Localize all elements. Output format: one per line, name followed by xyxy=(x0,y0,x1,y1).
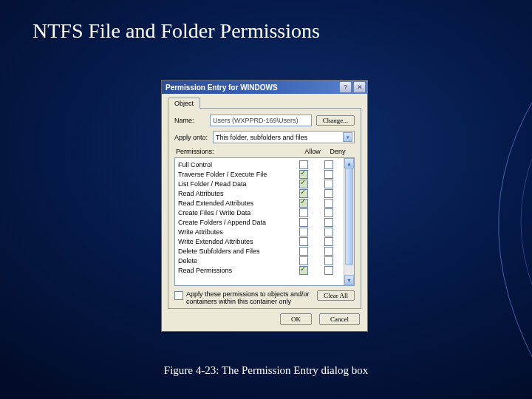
permission-row: Create Folders / Append Data xyxy=(178,217,341,227)
permission-name: List Folder / Read Data xyxy=(178,180,291,188)
ok-button[interactable]: OK xyxy=(280,313,312,325)
inherit-label: Apply these permissions to objects and/o… xyxy=(186,290,313,305)
allow-checkbox[interactable] xyxy=(299,189,308,198)
permission-row: Traverse Folder / Execute File xyxy=(178,169,341,179)
object-tab-panel: Name: Users (WXPPRD-169\Users) Change...… xyxy=(168,108,361,309)
permission-row: Full Control xyxy=(178,160,341,169)
permission-name: Delete Subfolders and Files xyxy=(178,248,291,255)
tab-object[interactable]: Object xyxy=(168,98,200,109)
deny-checkbox[interactable] xyxy=(324,189,333,198)
permission-name: Write Attributes xyxy=(178,228,291,236)
allow-checkbox[interactable] xyxy=(299,170,308,179)
deny-checkbox[interactable] xyxy=(324,266,333,275)
help-button[interactable]: ? xyxy=(339,81,352,93)
name-field: Users (WXPPRD-169\Users) xyxy=(210,115,312,126)
permission-name: Delete xyxy=(178,257,291,265)
titlebar[interactable]: Permission Entry for WINDOWS ? ✕ xyxy=(162,81,367,94)
slide-title: NTFS File and Folder Permissions xyxy=(0,0,532,43)
permissions-header: Permissions: xyxy=(176,148,300,155)
permission-name: Create Files / Write Data xyxy=(178,209,291,216)
clear-all-button[interactable]: Clear All xyxy=(317,290,355,301)
permission-row: Create Files / Write Data xyxy=(178,208,341,217)
deny-checkbox[interactable] xyxy=(324,228,333,236)
permissions-listbox: Full ControlTraverse Folder / Execute Fi… xyxy=(174,157,355,286)
decorative-swoosh xyxy=(369,74,532,369)
allow-checkbox[interactable] xyxy=(299,237,308,246)
allow-checkbox[interactable] xyxy=(299,208,308,217)
deny-header: Deny xyxy=(325,148,350,155)
cancel-button[interactable]: Cancel xyxy=(319,313,360,325)
permission-name: Traverse Folder / Execute File xyxy=(178,171,291,178)
permission-entry-dialog: Permission Entry for WINDOWS ? ✕ Object … xyxy=(161,80,368,332)
inherit-checkbox[interactable] xyxy=(174,291,183,300)
allow-checkbox[interactable] xyxy=(299,228,308,236)
allow-checkbox[interactable] xyxy=(299,199,308,208)
scroll-up-icon[interactable]: ▲ xyxy=(344,158,354,168)
name-label: Name: xyxy=(174,117,210,124)
allow-checkbox[interactable] xyxy=(299,266,308,275)
deny-checkbox[interactable] xyxy=(324,256,333,265)
permission-row: Delete xyxy=(178,256,341,265)
deny-checkbox[interactable] xyxy=(324,170,333,179)
permission-row: List Folder / Read Data xyxy=(178,179,341,188)
permission-row: Read Attributes xyxy=(178,188,341,198)
deny-checkbox[interactable] xyxy=(324,180,333,188)
deny-checkbox[interactable] xyxy=(324,208,333,217)
permission-row: Write Extended Attributes xyxy=(178,236,341,246)
apply-onto-label: Apply onto: xyxy=(174,134,213,141)
permission-name: Create Folders / Append Data xyxy=(178,219,291,226)
deny-checkbox[interactable] xyxy=(324,237,333,246)
deny-checkbox[interactable] xyxy=(324,160,333,169)
permission-name: Write Extended Attributes xyxy=(178,238,291,245)
allow-checkbox[interactable] xyxy=(299,160,308,169)
allow-checkbox[interactable] xyxy=(299,218,308,227)
permission-row: Write Attributes xyxy=(178,227,341,236)
deny-checkbox[interactable] xyxy=(324,247,333,256)
scroll-down-icon[interactable]: ▼ xyxy=(344,275,354,285)
permission-name: Read Attributes xyxy=(178,190,291,197)
allow-header: Allow xyxy=(300,148,325,155)
deny-checkbox[interactable] xyxy=(324,218,333,227)
permission-name: Full Control xyxy=(178,161,291,168)
scrollbar[interactable]: ▲ ▼ xyxy=(344,158,354,285)
deny-checkbox[interactable] xyxy=(324,199,333,208)
close-button[interactable]: ✕ xyxy=(353,81,366,93)
permission-name: Read Permissions xyxy=(178,267,291,274)
allow-checkbox[interactable] xyxy=(299,247,308,256)
figure-caption: Figure 4-23: The Permission Entry dialog… xyxy=(0,364,532,377)
permission-row: Read Extended Attributes xyxy=(178,198,341,208)
chevron-down-icon: ▾ xyxy=(343,132,352,142)
allow-checkbox[interactable] xyxy=(299,256,308,265)
allow-checkbox[interactable] xyxy=(299,180,308,188)
permission-row: Delete Subfolders and Files xyxy=(178,246,341,256)
permission-name: Read Extended Attributes xyxy=(178,200,291,207)
permission-row: Read Permissions xyxy=(178,265,341,275)
apply-onto-select[interactable]: This folder, subfolders and files ▾ xyxy=(213,131,355,143)
window-title: Permission Entry for WINDOWS xyxy=(166,83,338,92)
scroll-thumb[interactable] xyxy=(345,168,353,265)
change-button[interactable]: Change... xyxy=(316,115,355,126)
apply-onto-value: This folder, subfolders and files xyxy=(216,134,307,141)
